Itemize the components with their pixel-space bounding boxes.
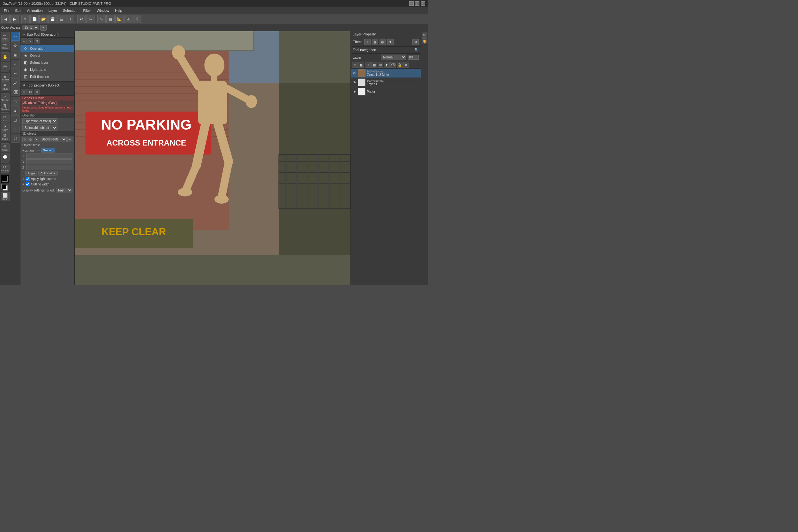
- sub-tool-settings[interactable]: ⚙: [34, 38, 40, 44]
- subtool-operation[interactable]: ⊹ Operation: [20, 45, 74, 52]
- canvas-3d-scene[interactable]: NO PARKING ACROSS ENTRANCE KEEP CLEAR: [75, 31, 350, 285]
- secondary-brush[interactable]: 🖌: [11, 78, 20, 87]
- tool-hand[interactable]: ✋: [1, 52, 10, 61]
- z-input[interactable]: [26, 165, 73, 170]
- secondary-erase[interactable]: ⌫: [11, 88, 20, 96]
- subtool-select-layer[interactable]: ◧ Select layer: [20, 59, 74, 66]
- toolbar-ruler[interactable]: 📐: [115, 15, 124, 23]
- tool-flip-horizontal[interactable]: ⇄ Flip Horizontal: [1, 93, 10, 102]
- close-button[interactable]: ✕: [421, 1, 425, 6]
- menu-help[interactable]: Help: [112, 8, 125, 13]
- toolbar-nav-fwd[interactable]: ▶: [10, 15, 19, 23]
- color-swatches[interactable]: [1, 184, 9, 192]
- toolbar-grid[interactable]: ▦: [106, 15, 115, 23]
- x-input[interactable]: [26, 153, 73, 158]
- blend-mode-select[interactable]: Normal: [381, 55, 406, 60]
- secondary-blend[interactable]: ◌: [11, 97, 20, 106]
- layer-ctrl-5[interactable]: ⊞: [378, 62, 383, 68]
- effect-circle-btn[interactable]: ○: [364, 39, 370, 45]
- layer-ctrl-8[interactable]: 🔒: [397, 62, 402, 68]
- toolbar-perspective[interactable]: ◰: [124, 15, 132, 23]
- background-dropdown[interactable]: Backstreets: [40, 137, 67, 142]
- apply-light-checkbox[interactable]: [25, 177, 30, 181]
- r-icon-1[interactable]: ⚙: [422, 32, 428, 38]
- toolbar-help[interactable]: ?: [133, 15, 141, 23]
- effect-pattern-btn[interactable]: ▦: [372, 39, 378, 45]
- pos-btn-ground[interactable]: Ground: [41, 148, 55, 153]
- r-icon-2[interactable]: 🎨: [422, 38, 428, 44]
- subtool-light-table[interactable]: ◉ Light table: [20, 66, 74, 73]
- secondary-lasso[interactable]: ⌖: [11, 60, 20, 69]
- tool-cut[interactable]: ✂ Cut: [1, 114, 10, 122]
- layer-row-paper[interactable]: 👁 Paper: [351, 87, 421, 96]
- secondary-pen[interactable]: ✒: [11, 69, 20, 78]
- selectable-object-dropdown[interactable]: Selectable object: [22, 125, 57, 131]
- tool-reset-display[interactable]: ⟳ Reset Display: [1, 164, 10, 173]
- tool-zoom[interactable]: ⊕ 100%: [1, 143, 10, 152]
- quick-access-set-dropdown[interactable]: Set 1: [22, 25, 39, 30]
- operation-section-header[interactable]: Operation: [20, 113, 74, 118]
- 3d-obj-icon-1[interactable]: ⊙: [22, 137, 27, 142]
- secondary-move[interactable]: ✥: [11, 41, 20, 50]
- y-input[interactable]: [26, 159, 73, 164]
- layer-eye-genesis[interactable]: 👁: [352, 71, 357, 75]
- menu-filter[interactable]: Filter: [80, 8, 93, 13]
- layer-ctrl-1[interactable]: ⊕: [352, 62, 358, 68]
- menu-window[interactable]: Window: [94, 8, 112, 13]
- preset-button[interactable]: ⟳ Preset ▼: [38, 171, 58, 175]
- secondary-fill[interactable]: ▲: [11, 106, 20, 115]
- layer-ctrl-9[interactable]: ✕: [403, 62, 409, 68]
- secondary-text[interactable]: T: [11, 125, 20, 133]
- tool-decrease-brush[interactable]: ▼ Reduce brush size: [1, 82, 10, 91]
- toolbar-export[interactable]: ↑: [66, 15, 74, 23]
- tool-clear[interactable]: ⬜ Clear: [1, 192, 10, 201]
- toolbar-nav-back[interactable]: ◀: [1, 15, 10, 23]
- sub-tool-delete[interactable]: ✕: [27, 38, 33, 44]
- toolbar-print[interactable]: 🖨: [57, 15, 65, 23]
- toolbar-redo[interactable]: ↪: [86, 15, 94, 23]
- pos-btn-default[interactable]: [35, 150, 40, 151]
- layer-ctrl-7[interactable]: ⌫: [391, 62, 396, 68]
- opacity-input[interactable]: [407, 55, 419, 60]
- tool-nav-search[interactable]: 🔍: [414, 48, 419, 52]
- secondary-3d[interactable]: ⬡: [11, 134, 20, 142]
- minimize-button[interactable]: ─: [409, 1, 414, 6]
- toolbar-new[interactable]: 📄: [30, 15, 39, 23]
- transparent-op-dropdown[interactable]: Operation of transparent part.: [22, 118, 57, 124]
- tool-increase-brush[interactable]: ▲ Increase brush size: [1, 73, 10, 82]
- angle-button[interactable]: Angle: [25, 171, 37, 175]
- sub-tool-add[interactable]: +: [21, 38, 27, 44]
- tool-paste[interactable]: ⧉ Paste: [1, 132, 10, 141]
- menu-file[interactable]: File: [1, 8, 12, 13]
- layer-eye-layer1[interactable]: 👁: [352, 80, 357, 84]
- tool-speech-bubble[interactable]: 💬: [1, 153, 10, 162]
- menu-animation[interactable]: Animation: [24, 8, 45, 13]
- tool-redo[interactable]: ↪ Redo: [1, 41, 10, 50]
- 3d-object-section-header[interactable]: 3D object: [20, 131, 74, 136]
- effect-settings-btn[interactable]: ⚙: [413, 39, 419, 45]
- secondary-operation[interactable]: ⊹: [11, 32, 20, 41]
- toolbar-open[interactable]: 📂: [39, 15, 48, 23]
- tool-prop-btn-2[interactable]: ⊟: [27, 89, 33, 95]
- display-settings-dropdown[interactable]: Fast: [56, 188, 73, 193]
- 3d-obj-icon-3[interactable]: ✕: [34, 137, 39, 142]
- maximize-button[interactable]: □: [415, 1, 419, 6]
- toolbar-save[interactable]: 💾: [48, 15, 57, 23]
- tool-eyedropper[interactable]: ◎: [1, 62, 10, 71]
- quick-access-add[interactable]: +: [40, 25, 46, 31]
- foreground-color[interactable]: [1, 175, 9, 183]
- layer-eye-paper[interactable]: 👁: [352, 89, 357, 94]
- effect-more-btn[interactable]: ▼: [387, 39, 394, 45]
- layer-row-genesis[interactable]: 👁 100 %Normal Genesis 8 Male: [351, 69, 421, 78]
- outline-width-checkbox[interactable]: [25, 182, 30, 186]
- subtool-object[interactable]: ◈ Object: [20, 52, 74, 59]
- menu-layer[interactable]: Layer: [46, 8, 60, 13]
- effect-tone-btn[interactable]: ◐: [380, 39, 386, 45]
- layer-ctrl-3[interactable]: ⊟: [365, 62, 370, 68]
- menu-edit[interactable]: Edit: [13, 8, 24, 13]
- layer-ctrl-2[interactable]: ◧: [359, 62, 364, 68]
- layer-ctrl-4[interactable]: ▦: [371, 62, 377, 68]
- 3d-obj-icon-2[interactable]: ◎: [28, 137, 33, 142]
- menu-selection[interactable]: Selection: [60, 8, 80, 13]
- toolbar-transform[interactable]: ⤡: [97, 15, 106, 23]
